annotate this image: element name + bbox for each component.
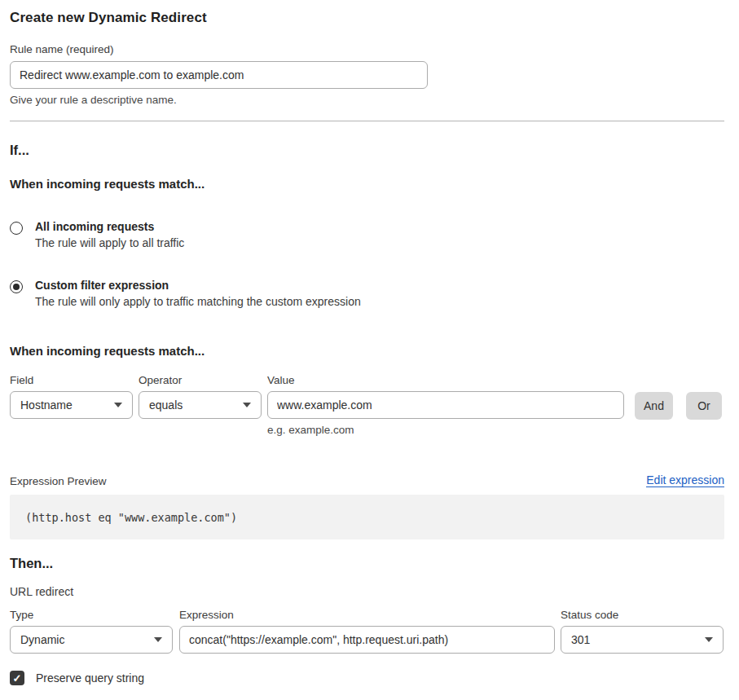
radio-option-texts: Custom filter expression The rule will o… [35,279,361,308]
status-code-group: Status code 301 [561,609,724,654]
radio-unselected-icon[interactable] [10,222,23,235]
radio-option-description: The rule will only apply to traffic matc… [35,295,361,308]
expression-preview-box: (http.host eq "www.example.com") [10,495,724,539]
if-section-heading: If... [10,143,724,158]
radio-option-texts: All incoming requests The rule will appl… [35,220,184,249]
filter-builder-heading: When incoming requests match... [10,344,724,358]
radio-option-all-incoming-requests[interactable]: All incoming requests The rule will appl… [10,220,724,249]
radio-option-custom-filter-expression[interactable]: Custom filter expression The rule will o… [10,279,724,308]
preserve-query-string-label: Preserve query string [36,671,144,685]
operator-label: Operator [139,374,262,386]
url-redirect-label: URL redirect [10,585,724,598]
expression-label: Expression [179,609,555,621]
then-section-heading: Then... [10,556,724,571]
status-code-select[interactable]: 301 [561,626,724,654]
chevron-down-icon [243,403,251,407]
type-group: Type Dynamic [10,609,173,654]
expression-group: Expression [179,609,555,654]
field-select[interactable]: Hostname [10,391,133,419]
or-button[interactable]: Or [686,392,722,420]
status-code-label: Status code [561,609,724,621]
create-dynamic-redirect-form: Create new Dynamic Redirect Rule name (r… [0,0,739,700]
chevron-down-icon [705,637,713,642]
redirect-expression-input[interactable] [179,626,555,654]
operator-select[interactable]: equals [139,391,262,419]
type-select[interactable]: Dynamic [10,626,173,654]
redirect-config-row: Type Dynamic Expression Status code 301 [10,609,724,654]
value-helper: e.g. example.com [267,424,624,436]
page-title: Create new Dynamic Redirect [10,10,724,26]
expression-preview-label: Expression Preview [10,475,107,487]
preserve-query-string-option[interactable]: ✓ Preserve query string [10,671,724,685]
value-label: Value [267,374,624,386]
value-input[interactable] [267,391,624,419]
checkbox-checked-icon[interactable]: ✓ [10,671,24,685]
chevron-down-icon [114,403,122,407]
rule-name-label: Rule name (required) [10,43,724,55]
radio-option-label: Custom filter expression [35,279,361,292]
and-button[interactable]: And [635,392,673,420]
field-group: Field Hostname [10,374,133,419]
rule-name-input[interactable] [10,61,428,89]
section-divider [10,121,724,121]
filter-builder-row: Field Hostname Operator equals Value e.g… [10,374,724,436]
value-group: Value e.g. example.com [267,374,624,436]
field-select-value: Hostname [20,398,73,412]
radio-option-label: All incoming requests [35,220,184,233]
incoming-requests-match-heading: When incoming requests match... [10,177,724,191]
rule-name-section: Rule name (required) Give your rule a de… [10,43,724,106]
chevron-down-icon [154,637,162,642]
operator-select-value: equals [149,398,183,412]
type-select-value: Dynamic [20,633,64,646]
radio-selected-icon[interactable] [10,280,23,293]
rule-name-helper: Give your rule a descriptive name. [10,94,724,106]
check-icon: ✓ [13,673,22,684]
field-label: Field [10,374,133,386]
expression-code: (http.host eq "www.example.com") [25,511,237,524]
status-code-select-value: 301 [571,633,590,646]
edit-expression-link[interactable]: Edit expression [646,473,724,487]
radio-option-description: The rule will apply to all traffic [35,236,184,249]
type-label: Type [10,609,173,621]
operator-group: Operator equals [139,374,262,419]
expression-preview-header: Expression Preview Edit expression [10,473,724,487]
